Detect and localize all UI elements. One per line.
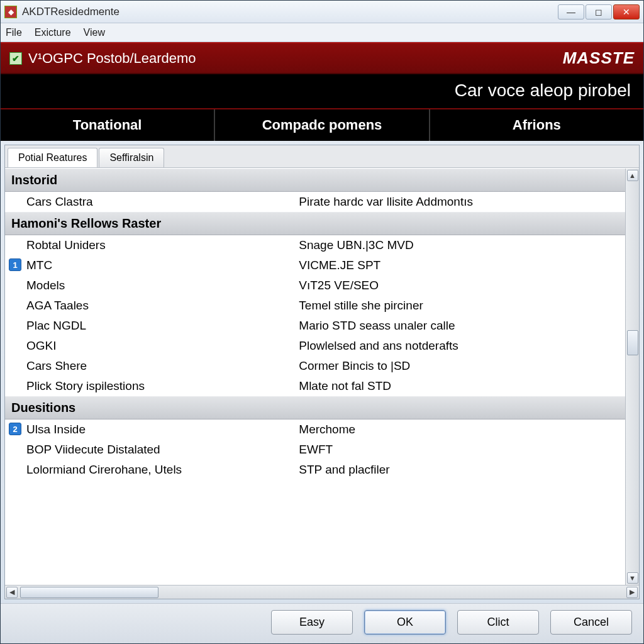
banner-top: ✔ V¹OGPC Postob/Leardemo MASSTE bbox=[1, 42, 643, 74]
row-key: Robtal Uniders bbox=[26, 238, 299, 252]
window-title: AKDTResidedmente bbox=[22, 6, 557, 18]
row-value: Pirate hardc var llisite Addmontıs bbox=[299, 195, 619, 209]
easy-button[interactable]: Easy bbox=[271, 610, 353, 635]
row-key: 1MTC bbox=[26, 258, 299, 272]
horizontal-scrollbar[interactable]: ◀ ▶ bbox=[5, 585, 639, 599]
minimize-button[interactable]: — bbox=[558, 4, 584, 19]
hscroll-track[interactable] bbox=[19, 587, 625, 598]
cancel-button[interactable]: Cancel bbox=[550, 610, 632, 635]
brand-logo: MASSTE bbox=[563, 48, 635, 68]
nav-compadc[interactable]: Compadc pomens bbox=[215, 109, 430, 141]
list-row[interactable]: Cars ClastraPirate hardc var llisite Add… bbox=[5, 192, 625, 212]
banner-nav: Tonational Compadc pomens Afrions bbox=[1, 108, 643, 141]
vscroll-track[interactable] bbox=[627, 182, 638, 571]
row-value: VICME.JE SPT bbox=[299, 258, 619, 272]
section-header: Duesitions bbox=[5, 396, 625, 419]
row-value: EWFT bbox=[299, 443, 619, 457]
nav-tonational[interactable]: Tonational bbox=[1, 109, 215, 141]
list-row[interactable]: 2Ulsa InsideMerchome bbox=[5, 419, 625, 440]
list-row[interactable]: OGKIPlowlelsed and ans notderafts bbox=[5, 336, 625, 356]
window-controls: — ◻ ✕ bbox=[557, 4, 640, 19]
row-key: Plick Story ispilestions bbox=[26, 379, 299, 393]
row-value: Mlate not fal STD bbox=[299, 379, 619, 393]
row-value: Mario STD seass unaler calle bbox=[299, 319, 619, 333]
number-badge-icon: 2 bbox=[9, 423, 21, 435]
section-header: Hamoni's Rellows Raster bbox=[5, 212, 625, 235]
ok-button[interactable]: OK bbox=[364, 610, 446, 635]
property-list: InstoridCars ClastraPirate hardc var lli… bbox=[5, 169, 625, 480]
menu-file[interactable]: File bbox=[6, 27, 22, 38]
list-row[interactable]: Cars ShereCormer Bincis to |SD bbox=[5, 356, 625, 376]
number-badge-icon: 1 bbox=[9, 258, 21, 271]
maximize-button[interactable]: ◻ bbox=[586, 4, 612, 19]
close-button[interactable]: ✕ bbox=[613, 4, 640, 19]
scroll-down-icon[interactable]: ▼ bbox=[627, 572, 638, 584]
row-value: Temel stille she pirciner bbox=[299, 299, 619, 313]
banner-subtitle: Car voce aleop pirobel bbox=[1, 74, 643, 108]
list-row[interactable]: Plick Story ispilestionsMlate not fal ST… bbox=[5, 376, 625, 396]
vscroll-thumb[interactable] bbox=[627, 330, 638, 355]
scroll-up-icon[interactable]: ▲ bbox=[627, 170, 638, 181]
list-row[interactable]: ModelsVıT25 VE/SEO bbox=[5, 275, 625, 296]
row-key: OGKI bbox=[26, 339, 299, 353]
tab-seffiralsin[interactable]: Seffiralsin bbox=[99, 148, 164, 167]
list-row[interactable]: AGA TaalesTemel stille she pirciner bbox=[5, 296, 625, 316]
list-row[interactable]: Robtal UnidersSnage UBN.|3C MVD bbox=[5, 235, 625, 255]
check-icon: ✔ bbox=[9, 52, 22, 65]
list-row[interactable]: BOP Viidecute DistalatedEWFT bbox=[5, 440, 625, 460]
tab-strip: Potial Reatures Seffiralsin bbox=[5, 145, 639, 168]
menu-bar: File Exicture View bbox=[1, 23, 643, 42]
row-value: Snage UBN.|3C MVD bbox=[299, 238, 619, 252]
list-row[interactable]: Lolormiand Cirerohane, UtelsSTP and plac… bbox=[5, 460, 625, 480]
nav-afrions[interactable]: Afrions bbox=[430, 109, 643, 141]
scroll-left-icon[interactable]: ◀ bbox=[6, 587, 18, 598]
section-header: Instorid bbox=[5, 169, 625, 192]
app-window: ◆ AKDTResidedmente — ◻ ✕ File Exicture V… bbox=[0, 0, 644, 644]
list-row[interactable]: Plac NGDLMario STD seass unaler calle bbox=[5, 316, 625, 336]
row-key: AGA Taales bbox=[26, 299, 299, 313]
vertical-scrollbar[interactable]: ▲ ▼ bbox=[625, 169, 639, 585]
row-key: Models bbox=[26, 279, 299, 292]
row-key: BOP Viidecute Distalated bbox=[26, 443, 299, 457]
scroll-area: InstoridCars ClastraPirate hardc var lli… bbox=[5, 169, 625, 585]
row-value: Merchome bbox=[299, 423, 619, 436]
scroll-right-icon[interactable]: ▶ bbox=[626, 587, 638, 598]
content-area: InstoridCars ClastraPirate hardc var lli… bbox=[5, 168, 639, 585]
row-key: Plac NGDL bbox=[26, 319, 299, 333]
button-bar: Easy OK Clict Cancel bbox=[1, 603, 643, 643]
row-key: Cars Clastra bbox=[26, 195, 299, 209]
banner-headline: V¹OGPC Postob/Leardemo bbox=[28, 50, 196, 67]
menu-exicture[interactable]: Exicture bbox=[35, 27, 71, 38]
row-key: Lolormiand Cirerohane, Utels bbox=[26, 463, 299, 477]
list-row[interactable]: 1MTCVICME.JE SPT bbox=[5, 255, 625, 275]
row-key: 2Ulsa Inside bbox=[26, 423, 299, 436]
main-panel: Potial Reatures Seffiralsin InstoridCars… bbox=[4, 145, 640, 599]
tab-potial-reatures[interactable]: Potial Reatures bbox=[8, 148, 97, 167]
row-value: Plowlelsed and ans notderafts bbox=[299, 339, 619, 353]
row-value: Cormer Bincis to |SD bbox=[299, 359, 619, 373]
row-value: STP and placfiler bbox=[299, 463, 619, 477]
row-key: Cars Shere bbox=[26, 359, 299, 373]
menu-view[interactable]: View bbox=[84, 27, 105, 38]
hscroll-thumb[interactable] bbox=[20, 587, 158, 598]
row-value: VıT25 VE/SEO bbox=[299, 279, 619, 292]
title-bar: ◆ AKDTResidedmente — ◻ ✕ bbox=[1, 1, 643, 23]
banner: ✔ V¹OGPC Postob/Leardemo MASSTE Car voce… bbox=[1, 42, 643, 141]
clict-button[interactable]: Clict bbox=[457, 610, 539, 635]
app-icon: ◆ bbox=[4, 6, 17, 18]
